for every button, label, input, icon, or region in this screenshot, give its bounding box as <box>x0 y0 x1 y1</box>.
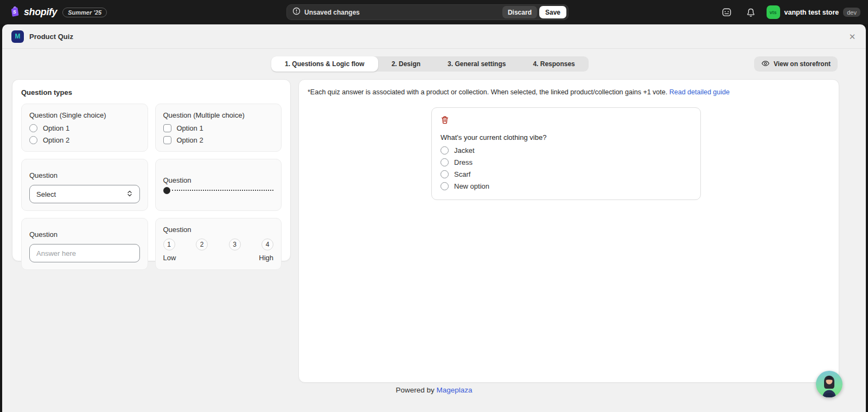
discard-button[interactable]: Discard <box>502 6 537 18</box>
tab-responses[interactable]: 4. Responses <box>519 56 588 72</box>
store-avatar: vts <box>767 5 780 19</box>
select-dropdown[interactable]: Select <box>29 185 140 203</box>
radio-icon[interactable] <box>29 136 37 144</box>
admin-topbar: S shopify Summer '25 Unsaved changes Dis… <box>0 0 868 24</box>
radio-icon[interactable] <box>441 170 449 178</box>
close-icon[interactable]: ✕ <box>846 31 858 43</box>
question-types-panel: Question types Question (Single choice) … <box>12 79 291 261</box>
store-name: vanpth test store <box>784 9 839 16</box>
type-card-text-input[interactable]: Question <box>21 218 148 270</box>
answer-option-label[interactable]: Scarf <box>454 170 470 178</box>
page-title: Product Quiz <box>29 33 73 41</box>
tab-questions-logic-flow[interactable]: 1. Questions & Logic flow <box>271 56 378 72</box>
powered-by-footer: Powered by Mageplaza <box>2 386 866 394</box>
scale-point[interactable]: 1 <box>163 239 175 250</box>
type-card-multiple-choice[interactable]: Question (Multiple choice) Option 1 Opti… <box>155 104 282 152</box>
chevron-updown-icon <box>126 190 133 199</box>
option-label: Option 2 <box>177 136 203 144</box>
support-agent-avatar <box>816 371 843 397</box>
tab-design[interactable]: 2. Design <box>378 56 434 72</box>
answer-option-label[interactable]: New option <box>454 182 489 190</box>
store-switcher[interactable]: vts vanpth test store dev <box>767 5 860 19</box>
question-types-title: Question types <box>21 88 282 96</box>
slider-track[interactable] <box>172 190 274 191</box>
unsaved-changes-bar: Unsaved changes Discard Save <box>286 4 569 20</box>
shopify-bag-icon: S <box>9 5 21 20</box>
step-tabs: 1. Questions & Logic flow 2. Design 3. G… <box>271 56 589 72</box>
notifications-bell-icon[interactable] <box>743 4 759 21</box>
status-message: Unsaved changes <box>304 9 502 16</box>
scale-point[interactable]: 2 <box>196 239 208 250</box>
option-label: Option 1 <box>177 124 203 132</box>
eye-icon <box>761 59 770 69</box>
option-label: Option 2 <box>43 136 69 144</box>
shopify-wordmark: shopify <box>24 7 57 18</box>
slider-handle[interactable] <box>163 187 170 194</box>
type-card-single-choice[interactable]: Question (Single choice) Option 1 Option… <box>21 104 148 152</box>
answer-option-label[interactable]: Dress <box>454 158 473 166</box>
scale-point[interactable]: 3 <box>229 239 241 250</box>
radio-icon[interactable] <box>441 158 449 166</box>
save-button[interactable]: Save <box>539 6 566 18</box>
mageplaza-link[interactable]: Mageplaza <box>437 386 473 394</box>
sidekick-icon[interactable] <box>719 4 735 21</box>
radio-icon[interactable] <box>441 146 449 154</box>
alert-icon <box>292 7 301 17</box>
read-detailed-guide-link[interactable]: Read detailed guide <box>669 88 730 96</box>
quiz-editor-panel: *Each quiz answer is associated with a p… <box>298 79 839 383</box>
checkbox-icon[interactable] <box>163 136 171 144</box>
tab-general-settings[interactable]: 3. General settings <box>434 56 519 72</box>
app-sheet: M Product Quiz ✕ 1. Questions & Logic fl… <box>2 24 866 412</box>
version-badge: Summer '25 <box>62 8 107 17</box>
type-card-dropdown[interactable]: Question Select <box>21 159 148 211</box>
scale-point[interactable]: 4 <box>261 239 273 250</box>
view-on-storefront-button[interactable]: View on storefront <box>754 56 838 72</box>
radio-icon[interactable] <box>29 124 37 132</box>
question-card[interactable]: What's your current clothing vibe? Jacke… <box>431 107 701 200</box>
scale-high-label: High <box>259 254 273 262</box>
svg-text:S: S <box>13 9 16 14</box>
scale-low-label: Low <box>163 254 176 262</box>
app-header: M Product Quiz ✕ <box>2 24 866 49</box>
editor-note: *Each quiz answer is associated with a p… <box>308 88 830 96</box>
dev-environment-badge: dev <box>843 8 860 17</box>
checkbox-icon[interactable] <box>163 124 171 132</box>
answer-input[interactable] <box>29 244 140 262</box>
shopify-logo[interactable]: S shopify <box>9 5 57 20</box>
mageplaza-app-icon: M <box>11 30 24 43</box>
type-card-scale[interactable]: Question 1 2 3 4 Low High <box>155 218 282 270</box>
support-chat-launcher[interactable] <box>816 371 843 397</box>
question-text[interactable]: What's your current clothing vibe? <box>441 133 692 141</box>
radio-icon[interactable] <box>441 182 449 190</box>
delete-question-trash-icon[interactable] <box>441 115 449 126</box>
type-card-slider[interactable]: Question <box>155 159 282 211</box>
option-label: Option 1 <box>43 124 69 132</box>
answer-option-label[interactable]: Jacket <box>454 146 475 154</box>
